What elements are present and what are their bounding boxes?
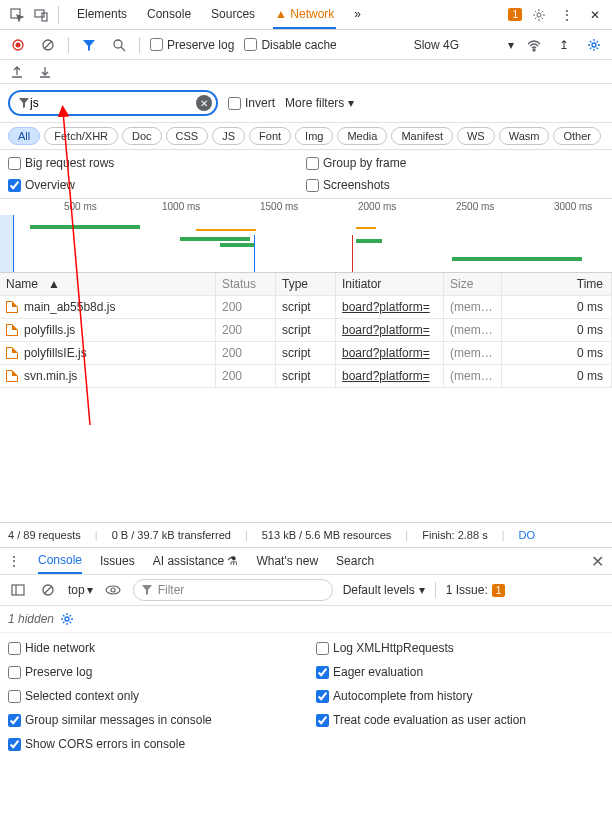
drawer-tab-whatsnew[interactable]: What's new: [256, 549, 318, 573]
har-row: [0, 60, 612, 84]
chip-ws[interactable]: WS: [457, 127, 495, 145]
search-icon[interactable]: [109, 35, 129, 55]
col-size[interactable]: Size: [444, 273, 502, 295]
disable-cache-checkbox[interactable]: Disable cache: [244, 38, 336, 52]
hidden-messages-row: 1 hidden: [0, 606, 612, 633]
chip-js[interactable]: JS: [212, 127, 245, 145]
console-settings-icon[interactable]: [60, 612, 74, 626]
setting-autocomplete-from-history[interactable]: Autocomplete from history: [316, 689, 604, 703]
status-bar: 4 / 89 requests| 0 B / 39.7 kB transferr…: [0, 522, 612, 547]
flask-icon: ⚗: [227, 554, 238, 568]
setting-preserve-log[interactable]: Preserve log: [8, 665, 296, 679]
col-initiator[interactable]: Initiator: [336, 273, 444, 295]
clear-icon[interactable]: [38, 35, 58, 55]
invert-checkbox[interactable]: Invert: [228, 96, 275, 110]
context-select[interactable]: top ▾: [68, 583, 93, 597]
clear-filter-icon[interactable]: ✕: [196, 95, 212, 111]
setting-treat-code-evaluation-as-user-action[interactable]: Treat code evaluation as user action: [316, 713, 604, 727]
drawer-tab-search[interactable]: Search: [336, 549, 374, 573]
gear-icon[interactable]: [528, 4, 550, 26]
setting-show-cors-errors-in-console[interactable]: Show CORS errors in console: [8, 737, 296, 751]
initiator-link[interactable]: board?platform=: [342, 300, 430, 314]
issue-badge[interactable]: 1: [508, 8, 522, 21]
record-icon[interactable]: [8, 35, 28, 55]
clear-console-icon[interactable]: [38, 580, 58, 600]
har-import-icon[interactable]: [38, 65, 52, 79]
more-icon[interactable]: ⋮: [556, 4, 578, 26]
chip-media[interactable]: Media: [337, 127, 387, 145]
wifi-icon[interactable]: [524, 35, 544, 55]
setting-selected-context-only[interactable]: Selected context only: [8, 689, 296, 703]
table-row[interactable]: main_ab55b8d.js 200 script board?platfor…: [0, 296, 612, 319]
big-rows-checkbox[interactable]: Big request rows: [8, 156, 306, 170]
issues-link[interactable]: 1 Issue: 1: [446, 583, 506, 597]
screenshots-checkbox[interactable]: Screenshots: [306, 178, 604, 192]
col-type[interactable]: Type: [276, 273, 336, 295]
har-export-icon[interactable]: [10, 65, 24, 79]
chip-font[interactable]: Font: [249, 127, 291, 145]
drawer-tab-console[interactable]: Console: [38, 548, 82, 574]
device-icon[interactable]: [30, 4, 52, 26]
chip-all[interactable]: All: [8, 127, 40, 145]
svg-point-5: [16, 42, 21, 47]
tab-sources[interactable]: Sources: [209, 1, 257, 29]
overview-checkbox[interactable]: Overview: [8, 178, 306, 192]
initiator-link[interactable]: board?platform=: [342, 346, 430, 360]
svg-point-10: [533, 49, 535, 51]
close-icon[interactable]: ✕: [584, 4, 606, 26]
log-levels-select[interactable]: Default levels ▾: [343, 583, 425, 597]
drawer-close-icon[interactable]: ✕: [591, 552, 604, 571]
setting-log-xmlhttprequests[interactable]: Log XMLHttpRequests: [316, 641, 604, 655]
filter-input-wrap: ✕: [8, 90, 218, 116]
chip-other[interactable]: Other: [553, 127, 601, 145]
col-status[interactable]: Status: [216, 273, 276, 295]
table-header[interactable]: Name▲ Status Type Initiator Size Time: [0, 273, 612, 296]
chip-wasm[interactable]: Wasm: [499, 127, 550, 145]
table-row[interactable]: polyfills.js 200 script board?platform= …: [0, 319, 612, 342]
console-settings: Hide networkPreserve logSelected context…: [0, 633, 612, 759]
tab-network[interactable]: ▲ Network: [273, 1, 336, 29]
drawer-more-icon[interactable]: ⋮: [8, 554, 20, 568]
setting-group-similar-messages-in-console[interactable]: Group similar messages in console: [8, 713, 296, 727]
drawer-tab-ai[interactable]: AI assistance ⚗: [153, 549, 239, 573]
chip-doc[interactable]: Doc: [122, 127, 162, 145]
chip-css[interactable]: CSS: [166, 127, 209, 145]
sidebar-toggle-icon[interactable]: [8, 580, 28, 600]
tab-console[interactable]: Console: [145, 1, 193, 29]
preserve-log-checkbox[interactable]: Preserve log: [150, 38, 234, 52]
col-name[interactable]: Name▲: [0, 273, 216, 295]
table-body: main_ab55b8d.js 200 script board?platfor…: [0, 296, 612, 388]
col-time[interactable]: Time: [502, 273, 612, 295]
setting-eager-evaluation[interactable]: Eager evaluation: [316, 665, 604, 679]
summary-transferred: 0 B / 39.7 kB transferred: [112, 529, 231, 541]
chip-img[interactable]: Img: [295, 127, 333, 145]
group-frame-checkbox[interactable]: Group by frame: [306, 156, 604, 170]
initiator-link[interactable]: board?platform=: [342, 323, 430, 337]
more-filters-dropdown[interactable]: More filters ▾: [285, 96, 354, 110]
console-filter-input[interactable]: Filter: [133, 579, 333, 601]
initiator-link[interactable]: board?platform=: [342, 369, 430, 383]
table-row[interactable]: polyfillsIE.js 200 script board?platform…: [0, 342, 612, 365]
svg-point-18: [65, 617, 69, 621]
funnel-icon: [18, 97, 30, 109]
upload-icon[interactable]: ↥: [554, 35, 574, 55]
throttle-select[interactable]: Slow 4G▾: [414, 38, 514, 52]
tab-elements[interactable]: Elements: [75, 1, 129, 29]
chip-fetchxhr[interactable]: Fetch/XHR: [44, 127, 118, 145]
settings-gear-icon[interactable]: [584, 35, 604, 55]
inspect-icon[interactable]: [6, 4, 28, 26]
request-table: Name▲ Status Type Initiator Size Time ma…: [0, 273, 612, 522]
file-icon: [6, 324, 18, 336]
filter-toggle-icon[interactable]: [79, 35, 99, 55]
timeline-tick: 1000 ms: [162, 201, 200, 212]
tabs-overflow[interactable]: »: [352, 1, 363, 29]
drawer-tab-issues[interactable]: Issues: [100, 549, 135, 573]
table-row[interactable]: svn.min.js 200 script board?platform= (m…: [0, 365, 612, 388]
setting-hide-network[interactable]: Hide network: [8, 641, 296, 655]
timeline-overview[interactable]: 500 ms1000 ms1500 ms2000 ms2500 ms3000 m…: [0, 199, 612, 273]
type-chips: AllFetch/XHRDocCSSJSFontImgMediaManifest…: [0, 123, 612, 150]
live-expr-icon[interactable]: [103, 580, 123, 600]
filter-input[interactable]: [30, 96, 196, 110]
file-icon: [6, 347, 18, 359]
chip-manifest[interactable]: Manifest: [391, 127, 453, 145]
